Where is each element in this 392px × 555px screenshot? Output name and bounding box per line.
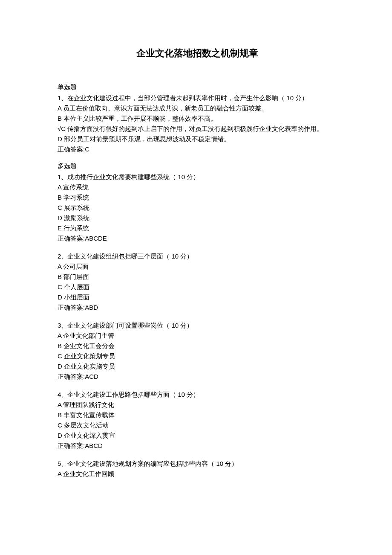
- question-stem: 1、成功推行企业文化需要构建哪些系统（ 10 分）: [58, 172, 337, 182]
- option-c: √C 传播方面没有很好的起到承上启下的作用，对员工没有起到积极践行企业文化表率的…: [58, 124, 337, 134]
- question-stem: 4、企业文化建设工作思路包括哪些方面（ 10 分）: [58, 389, 337, 400]
- multi-question-1: 1、成功推行企业文化需要构建哪些系统（ 10 分） A 宣传系统 B 学习系统 …: [58, 172, 337, 244]
- question-stem: 3、企业文化建设部门可设置哪些岗位（ 10 分）: [58, 320, 337, 331]
- single-question-1: 1、在企业文化建设过程中，当部分管理者未起到表率作用时，会产生什么影响（ 10 …: [58, 93, 337, 154]
- option-d: D 小组层面: [58, 292, 337, 302]
- option-d: D 企业文化实施专员: [58, 361, 337, 372]
- answer-line: 正确答案:ABD: [58, 302, 337, 313]
- option-c: C 多层次文化活动: [58, 420, 337, 430]
- answer-line: 正确答案:ABCDE: [58, 233, 337, 244]
- option-a: A 员工在价值取向、意识方面无法达成共识，新老员工的融合性方面较差。: [58, 103, 337, 113]
- option-b: B 部门层面: [58, 272, 337, 282]
- option-c: C 个人层面: [58, 282, 337, 292]
- answer-line: 正确答案:ABCD: [58, 441, 337, 451]
- question-stem: 5、企业文化建设落地规划方案的编写应包括哪些内容（ 10 分）: [58, 459, 337, 469]
- section-heading-single: 单选题: [58, 83, 337, 91]
- option-a: A 管理团队践行文化: [58, 400, 337, 410]
- question-stem: 1、在企业文化建设过程中，当部分管理者未起到表率作用时，会产生什么影响（ 10 …: [58, 93, 337, 103]
- question-stem: 2、企业文化建设组织包括哪三个层面（ 10 分）: [58, 251, 337, 262]
- section-heading-multi: 多选题: [58, 162, 337, 170]
- option-a: A 企业文化工作回顾: [58, 469, 337, 479]
- option-e: E 行为系统: [58, 223, 337, 233]
- option-a: A 企业文化部门主管: [58, 331, 337, 341]
- option-b: B 本位主义比较严重，工作开展不顺畅，整体效率不高。: [58, 113, 337, 124]
- multi-question-3: 3、企业文化建设部门可设置哪些岗位（ 10 分） A 企业文化部门主管 B 企业…: [58, 320, 337, 382]
- option-b: B 学习系统: [58, 192, 337, 203]
- multi-question-4: 4、企业文化建设工作思路包括哪些方面（ 10 分） A 管理团队践行文化 B 丰…: [58, 389, 337, 451]
- answer-line: 正确答案:ACD: [58, 372, 337, 382]
- option-a: A 宣传系统: [58, 182, 337, 192]
- option-d: D 激励系统: [58, 213, 337, 223]
- option-c: C 展示系统: [58, 203, 337, 213]
- option-d: D 企业文化深入贯宣: [58, 430, 337, 441]
- option-b: B 企业文化工会分会: [58, 341, 337, 351]
- answer-line: 正确答案:C: [58, 144, 337, 154]
- document-page: 企业文化落地招数之机制规章 单选题 1、在企业文化建设过程中，当部分管理者未起到…: [0, 0, 392, 512]
- multi-question-2: 2、企业文化建设组织包括哪三个层面（ 10 分） A 公司层面 B 部门层面 C…: [58, 251, 337, 313]
- option-b: B 丰富文化宣传载体: [58, 410, 337, 420]
- multi-question-5: 5、企业文化建设落地规划方案的编写应包括哪些内容（ 10 分） A 企业文化工作…: [58, 459, 337, 479]
- document-title: 企业文化落地招数之机制规章: [58, 47, 337, 60]
- option-d: D 部分员工对前景预期不乐观，出现思想波动及不稳定情绪。: [58, 134, 337, 144]
- option-c: C 企业文化策划专员: [58, 351, 337, 361]
- option-a: A 公司层面: [58, 262, 337, 272]
